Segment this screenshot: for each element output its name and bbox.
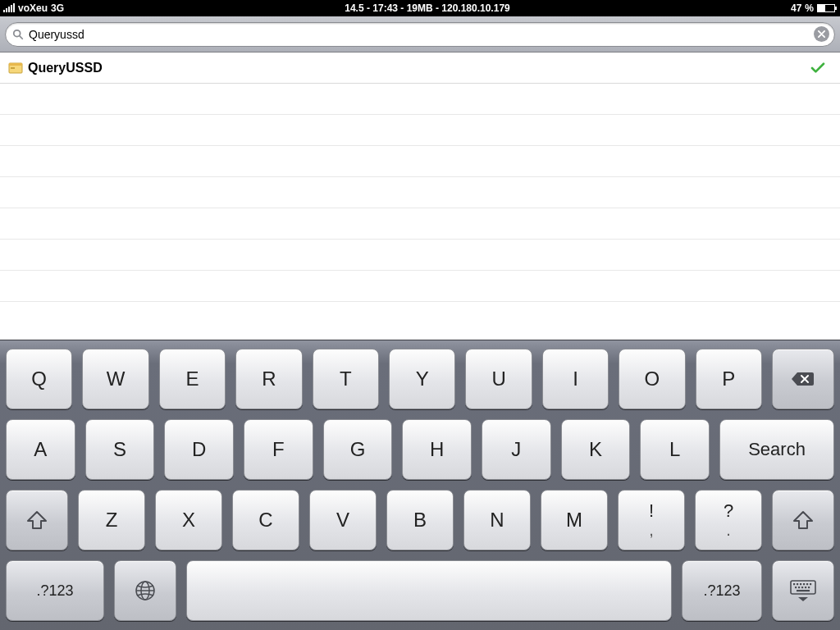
kb-row-3: Z X C V B N M ! , ? .: [4, 490, 836, 550]
key-hide-keyboard[interactable]: [772, 560, 834, 621]
key-q[interactable]: Q: [6, 349, 72, 409]
svg-rect-13: [806, 583, 808, 585]
key-a[interactable]: A: [6, 419, 75, 480]
key-h[interactable]: H: [402, 419, 472, 480]
svg-rect-18: [805, 587, 806, 588]
empty-row: [0, 84, 840, 115]
key-p[interactable]: P: [696, 349, 762, 409]
key-comma[interactable]: ! ,: [618, 490, 685, 550]
svg-rect-16: [798, 587, 800, 588]
key-c[interactable]: C: [232, 490, 299, 550]
key-s[interactable]: S: [85, 419, 155, 480]
key-search[interactable]: Search: [719, 419, 834, 480]
empty-row: [0, 115, 840, 146]
svg-rect-14: [810, 583, 811, 585]
package-icon: [8, 62, 23, 74]
empty-row: [0, 271, 840, 302]
key-t[interactable]: T: [313, 349, 379, 409]
hide-keyboard-icon: [789, 579, 817, 602]
key-z[interactable]: Z: [78, 490, 145, 550]
search-icon: [12, 29, 24, 40]
check-icon: [810, 62, 825, 74]
kb-row-1: Q W E R T Y U I O P: [4, 349, 836, 409]
status-left: voXeu 3G: [0, 2, 64, 14]
key-g[interactable]: G: [323, 419, 393, 480]
svg-rect-15: [795, 587, 797, 588]
svg-rect-3: [9, 63, 22, 66]
status-bar: voXeu 3G 14.5 - 17:43 - 19MB - 120.180.1…: [0, 0, 840, 16]
key-d[interactable]: D: [164, 419, 234, 480]
key-m[interactable]: M: [541, 490, 608, 550]
punct-top: !: [649, 502, 654, 520]
carrier-label: voXeu: [18, 2, 48, 14]
shift-up-icon: [792, 510, 814, 530]
kb-row-2: A S D F G H J K L Search: [4, 419, 836, 480]
key-w[interactable]: W: [82, 349, 148, 409]
result-row[interactable]: QueryUSSD: [0, 52, 840, 84]
key-b[interactable]: B: [386, 490, 454, 550]
key-f[interactable]: F: [244, 419, 313, 480]
status-center: 14.5 - 17:43 - 19MB - 120.180.10.179: [64, 2, 791, 14]
key-x[interactable]: X: [155, 490, 222, 550]
key-o[interactable]: O: [619, 349, 685, 409]
key-globe[interactable]: [114, 560, 176, 621]
signal-icon: [3, 4, 15, 12]
clear-button[interactable]: [814, 26, 829, 42]
battery-unit: %: [805, 2, 814, 14]
key-u[interactable]: U: [465, 349, 532, 409]
empty-row: [0, 177, 840, 208]
key-e[interactable]: E: [159, 349, 226, 409]
svg-rect-10: [797, 583, 798, 585]
result-title: QueryUSSD: [28, 61, 103, 75]
close-icon: [818, 30, 825, 38]
network-label: 3G: [51, 2, 64, 14]
punct-bot: ,: [649, 522, 654, 538]
punct-bot: .: [726, 522, 731, 538]
svg-rect-4: [11, 67, 15, 69]
key-shift-left[interactable]: [6, 490, 68, 550]
key-numeric-mode-left[interactable]: .?123: [6, 560, 104, 621]
search-input[interactable]: [24, 28, 814, 41]
search-bar: [0, 16, 840, 52]
battery-icon: [817, 4, 835, 12]
status-right: 47%: [791, 2, 840, 14]
svg-rect-17: [801, 587, 803, 588]
key-v[interactable]: V: [309, 490, 377, 550]
key-r[interactable]: R: [235, 349, 302, 409]
key-backspace[interactable]: [772, 349, 834, 409]
svg-rect-11: [800, 583, 801, 585]
empty-row: [0, 146, 840, 177]
key-j[interactable]: J: [482, 419, 551, 480]
svg-rect-20: [797, 590, 810, 591]
key-shift-right[interactable]: [772, 490, 834, 550]
key-period[interactable]: ? .: [695, 490, 762, 550]
key-space[interactable]: [186, 560, 672, 621]
key-n[interactable]: N: [463, 490, 531, 550]
shift-up-icon: [26, 510, 48, 530]
battery-percent: 47: [791, 2, 801, 14]
svg-line-1: [20, 35, 22, 38]
empty-row: [0, 208, 840, 240]
results-list: QueryUSSD: [0, 52, 840, 340]
empty-row: [0, 240, 840, 271]
search-box[interactable]: [5, 22, 835, 47]
svg-rect-9: [793, 583, 795, 585]
globe-icon: [135, 580, 156, 601]
key-y[interactable]: Y: [389, 349, 455, 409]
keyboard: Q W E R T Y U I O P A S D F G H J K L Se…: [0, 340, 840, 630]
key-i[interactable]: I: [542, 349, 609, 409]
svg-rect-12: [803, 583, 805, 585]
backspace-icon: [791, 371, 815, 387]
key-k[interactable]: K: [561, 419, 631, 480]
svg-rect-19: [808, 587, 810, 588]
key-numeric-mode-right[interactable]: .?123: [682, 560, 762, 621]
punct-top: ?: [724, 502, 733, 520]
key-l[interactable]: L: [640, 419, 710, 480]
kb-row-4: .?123 .?123: [4, 560, 836, 621]
